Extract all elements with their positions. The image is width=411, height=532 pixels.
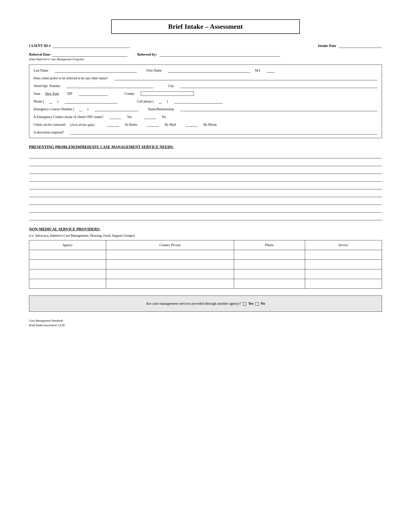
referred-by-field: Referred by:	[137, 52, 280, 57]
phone-cell[interactable]	[234, 279, 305, 289]
phone-cell[interactable]	[234, 269, 305, 279]
discretion-label: Is discretion required?	[34, 131, 64, 134]
referral-row: Referral Date Referred by:	[29, 52, 382, 57]
zip-label: ZIP	[67, 92, 72, 96]
client-id-label: CLIENT ID #	[29, 44, 51, 48]
non-medical-heading: NON-MEDICAL SERVICE PROVIDERS:	[29, 227, 382, 231]
name-row: Last Name First Name M.I.	[34, 68, 377, 73]
emergency-line[interactable]	[95, 107, 138, 111]
other-name-line[interactable]	[114, 76, 377, 80]
referral-note: (Date Referred to Case Management Progra…	[29, 57, 382, 61]
zip-line[interactable]	[79, 91, 108, 96]
street-label: Street/Apt. Number	[34, 84, 60, 88]
intake-date-field: Intake Date	[318, 44, 382, 48]
yes-checkbox[interactable]	[243, 302, 246, 306]
presenting-problem-lines	[29, 152, 382, 220]
client-id-field: CLIENT ID #	[29, 44, 130, 48]
contact-label: Client can be contacted	[34, 123, 65, 127]
client-id-line[interactable]	[53, 44, 130, 48]
city-label: City	[168, 84, 174, 88]
no-checkbox[interactable]	[255, 302, 259, 306]
referral-date-field: Referral Date	[29, 52, 127, 57]
contact-row: Client can be contacted (check all that …	[34, 122, 377, 127]
by-mail-label: By Mail	[165, 123, 176, 127]
phone-cell[interactable]	[234, 250, 305, 260]
city-line[interactable]	[180, 84, 377, 88]
writing-line[interactable]	[29, 152, 382, 158]
footer-line1: Case Management Standards	[29, 318, 382, 323]
mi-line[interactable]	[267, 68, 274, 73]
referral-date-label: Referral Date	[29, 52, 50, 56]
referred-by-line[interactable]	[159, 52, 280, 57]
service-cell[interactable]	[305, 260, 382, 269]
footer: Case Management Standards Brief Intake/A…	[29, 318, 382, 328]
contact-cell[interactable]	[106, 250, 234, 260]
service-cell[interactable]	[305, 279, 382, 289]
at-home-blank	[107, 122, 119, 127]
street-city-row: Street/Apt. Number City	[34, 84, 377, 88]
info-box: Last Name First Name M.I. Does client pr…	[29, 65, 382, 138]
mi-label: M.I.	[255, 69, 261, 73]
page-title: Brief Intake – Assessment	[168, 23, 243, 30]
contact-cell[interactable]	[106, 260, 234, 269]
name-rel-label: Name/Relationship	[148, 107, 174, 111]
case-mgmt-text: Are case management services provided th…	[146, 302, 241, 305]
state-zip-county-row: State New York ZIP County	[34, 91, 377, 96]
cell-label: Cell phone (	[137, 100, 154, 104]
state-value: New York	[45, 92, 59, 96]
state-label: State	[34, 92, 40, 96]
name-rel-line[interactable]	[180, 107, 377, 111]
hiv-aware-label: Is Emergency Contact aware of client's H…	[34, 115, 103, 119]
contact-cell[interactable]	[106, 279, 234, 289]
first-name-line[interactable]	[168, 68, 250, 73]
service-cell[interactable]	[305, 269, 382, 279]
case-mgmt-no-label: No	[261, 302, 265, 305]
writing-line[interactable]	[29, 214, 382, 220]
agency-cell[interactable]	[29, 269, 106, 279]
case-mgmt-yes-label: Yes	[248, 302, 254, 305]
client-id-intake-row: CLIENT ID # Intake Date	[29, 44, 382, 48]
writing-line[interactable]	[29, 198, 382, 205]
referred-by-label: Referred by:	[137, 52, 157, 56]
table-row	[29, 260, 382, 269]
agency-cell[interactable]	[29, 250, 106, 260]
county-label: County	[124, 92, 134, 96]
writing-line[interactable]	[29, 167, 382, 174]
county-box[interactable]	[141, 91, 194, 96]
phone-line[interactable]	[65, 99, 118, 104]
phone-label: Phone (	[34, 100, 44, 104]
yes-blank	[109, 115, 121, 119]
table-row	[29, 279, 382, 289]
presenting-problem-heading: PRESENTING PROBLEM/IMMEDIATE CASE MANAGE…	[29, 145, 382, 149]
first-name-label: First Name	[147, 69, 162, 73]
discretion-row: Is discretion required?	[34, 130, 377, 134]
yes-label: Yes	[127, 115, 132, 119]
writing-line[interactable]	[29, 175, 382, 182]
writing-line[interactable]	[29, 190, 382, 197]
provider-table: Agency Contact Person Phone Service	[29, 240, 382, 289]
intake-date-line[interactable]	[338, 44, 382, 48]
non-medical-subtitle: (i.e. Advocacy, Intensive Case Managemen…	[29, 234, 382, 238]
discretion-line[interactable]	[70, 130, 377, 134]
agency-cell[interactable]	[29, 279, 106, 289]
agency-cell[interactable]	[29, 260, 106, 269]
referral-date-line[interactable]	[52, 52, 127, 57]
writing-line[interactable]	[29, 183, 382, 189]
no-blank	[144, 115, 156, 119]
page-title-box: Brief Intake – Assessment	[111, 19, 300, 34]
contact-cell[interactable]	[106, 269, 234, 279]
street-line[interactable]	[66, 84, 154, 88]
service-cell[interactable]	[305, 250, 382, 260]
emergency-row: Emergency Contact Number () Name/Relatio…	[34, 107, 377, 111]
emergency-label: Emergency Contact Number (	[34, 107, 74, 111]
agency-header: Agency	[29, 240, 106, 250]
writing-line[interactable]	[29, 206, 382, 213]
phone-cell[interactable]	[234, 260, 305, 269]
last-name-line[interactable]	[55, 68, 137, 73]
cell-line[interactable]	[174, 99, 223, 104]
case-mgmt-box: Are case management services provided th…	[29, 295, 382, 312]
contact-person-header: Contact Person	[106, 240, 234, 250]
writing-line[interactable]	[29, 159, 382, 166]
phone-header: Phone	[234, 240, 305, 250]
at-home-label: At Home	[125, 123, 137, 127]
